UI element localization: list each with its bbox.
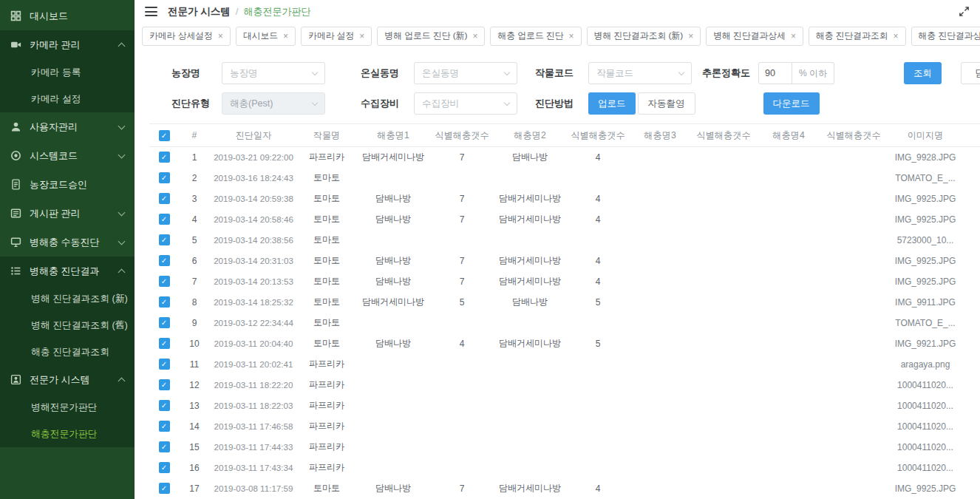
- cell-r5-c5: 담배거세미나방: [494, 251, 566, 271]
- method-auto-button[interactable]: 자동촬영: [638, 92, 695, 115]
- cell-r14-c0: 15: [179, 437, 210, 458]
- table-row[interactable]: 102019-03-11 20:04:40토마토담배나방4담배거세미나방5IMG…: [149, 333, 980, 354]
- table-row[interactable]: 12019-03-21 09:22:00파프리카담배거세미나방7담배나방4IMG…: [149, 147, 980, 168]
- table-row[interactable]: 62019-03-14 20:31:03토마토담배나방7담배거세미나방4IMG_…: [149, 251, 980, 271]
- tab-8[interactable]: 해충 진단결과상세×: [911, 27, 980, 46]
- table-row[interactable]: 142019-03-11 17:46:58파프리카1000411020...20…: [149, 416, 980, 437]
- cell-r8-c12: 2019: [964, 313, 980, 333]
- cell-r9-c4: 4: [430, 333, 494, 354]
- row-checkbox[interactable]: [159, 400, 170, 411]
- app-window: 대시보드카메라 관리카메라 등록카메라 설정사용자관리시스템코드농장코드승인게시…: [0, 0, 980, 499]
- cell-r1-c10: [820, 168, 887, 189]
- sidebar-group-2: 사용자관리: [0, 112, 135, 141]
- table-row[interactable]: 122019-03-11 18:22:20파프리카1000411020...20…: [149, 375, 980, 396]
- row-checkbox[interactable]: [159, 255, 170, 266]
- sidebar-item-3[interactable]: 시스템코드: [0, 141, 135, 170]
- row-checkbox[interactable]: [159, 483, 170, 494]
- sidebar-subitem-8-0[interactable]: 병해전문가판단: [0, 394, 135, 421]
- tab-2[interactable]: 카메라 설정×: [301, 27, 372, 46]
- sidebar-item-label: 카메라 관리: [30, 38, 81, 52]
- download-button[interactable]: 다운로드: [763, 92, 820, 115]
- cell-r3-c3: 담배나방: [356, 209, 430, 230]
- tab-5[interactable]: 병해 진단결과조회 (新)×: [587, 27, 701, 46]
- sidebar-item-7[interactable]: 병해충 진단결과: [0, 257, 135, 285]
- row-checkbox[interactable]: [159, 214, 170, 225]
- device-select[interactable]: 수집장비: [414, 92, 517, 115]
- diagnosis-type-select[interactable]: 해충(Pest): [222, 92, 325, 115]
- tab-close-icon[interactable]: ×: [472, 31, 477, 41]
- column-header-12: [964, 124, 980, 147]
- sidebar-subitem-7-1[interactable]: 병해 진단결과조회 (舊): [0, 312, 135, 339]
- cell-r15-c6: [566, 458, 630, 478]
- tab-1[interactable]: 대시보드×: [236, 27, 296, 46]
- accuracy-input[interactable]: [758, 62, 792, 84]
- table-row[interactable]: 52019-03-14 20:38:56토마토5723000_10...2018: [149, 230, 980, 251]
- tab-0[interactable]: 카메라 상세설정×: [142, 27, 231, 46]
- tab-4[interactable]: 해충 업로드 진단×: [490, 27, 581, 46]
- tab-7[interactable]: 해충 진단결과조회×: [809, 27, 906, 46]
- sidebar-item-2[interactable]: 사용자관리: [0, 112, 135, 141]
- row-checkbox[interactable]: [159, 462, 170, 473]
- sidebar-item-0[interactable]: 대시보드: [0, 1, 135, 30]
- row-checkbox[interactable]: [159, 338, 170, 349]
- row-checkbox[interactable]: [159, 441, 170, 452]
- table-row[interactable]: 162019-03-11 17:43:34파프리카1000411020...20…: [149, 458, 980, 478]
- sidebar-subitem-1-0[interactable]: 카메라 등록: [0, 59, 135, 86]
- crop-code-select[interactable]: 작물코드: [588, 62, 692, 84]
- row-checkbox[interactable]: [159, 276, 170, 287]
- table-row[interactable]: 72019-03-14 20:13:53토마토담배나방7담배거세미나방4IMG_…: [149, 271, 980, 292]
- cell-r6-c9: [757, 271, 820, 292]
- sidebar-group-8: 전문가 시스템병해전문가판단해충전문가판단: [0, 365, 135, 447]
- sidebar-item-4[interactable]: 농장코드승인: [0, 170, 135, 199]
- sidebar-subitem-7-2[interactable]: 해충 진단결과조회: [0, 339, 135, 365]
- tab-3[interactable]: 병해 업로드 진단 (新)×: [377, 27, 485, 46]
- sidebar-item-5[interactable]: 게시판 관리: [0, 199, 135, 228]
- table-row[interactable]: 92019-03-12 22:34:44토마토TOMATO_E_...2019: [149, 313, 980, 333]
- farm-name-select[interactable]: 농장명: [222, 62, 325, 84]
- tab-close-icon[interactable]: ×: [283, 31, 288, 41]
- row-checkbox[interactable]: [159, 379, 170, 390]
- row-checkbox[interactable]: [159, 317, 170, 328]
- sidebar-subitem-7-0[interactable]: 병해 진단결과조회 (新): [0, 285, 135, 312]
- accuracy-input-group: % 이하: [758, 62, 834, 84]
- tab-close-icon[interactable]: ×: [359, 31, 364, 41]
- fullscreen-icon[interactable]: [959, 6, 970, 17]
- table-row[interactable]: 132019-03-11 18:22:03파프리카1000411020...20…: [149, 396, 980, 416]
- table-row[interactable]: 82019-03-14 18:25:32토마토담배거세미나방5담배나방5IMG_…: [149, 292, 980, 313]
- tab-bar: 카메라 상세설정×대시보드×카메라 설정×병해 업로드 진단 (新)×해충 업로…: [135, 23, 980, 50]
- tab-close-icon[interactable]: ×: [218, 31, 223, 41]
- row-checkbox[interactable]: [159, 234, 170, 245]
- tab-6[interactable]: 병해 진단결과상세×: [706, 27, 803, 46]
- row-checkbox[interactable]: [159, 296, 170, 308]
- search-button[interactable]: 조회: [904, 62, 942, 84]
- cell-r6-c5: 담배거세미나방: [494, 271, 566, 292]
- cell-r1-c11: TOMATO_E_...: [887, 168, 964, 189]
- sidebar-item-6[interactable]: 병해충 수동진단: [0, 228, 135, 257]
- method-upload-button[interactable]: 업로드: [588, 92, 636, 115]
- table-row[interactable]: 32019-03-14 20:59:38토마토담배나방7담배거세미나방4IMG_…: [149, 189, 980, 209]
- select-all-checkbox[interactable]: [159, 130, 170, 141]
- sidebar-item-1[interactable]: 카메라 관리: [0, 30, 135, 59]
- hamburger-menu-icon[interactable]: [145, 7, 157, 16]
- row-checkbox[interactable]: [159, 421, 170, 432]
- tab-close-icon[interactable]: ×: [894, 31, 899, 41]
- sidebar-item-8[interactable]: 전문가 시스템: [0, 365, 135, 394]
- table-row[interactable]: 172019-03-08 11:17:59토마토담배나방7담배거세미나방4IMG…: [149, 478, 980, 499]
- tab-close-icon[interactable]: ×: [688, 31, 693, 41]
- row-checkbox[interactable]: [159, 172, 170, 183]
- row-checkbox[interactable]: [159, 359, 170, 370]
- cell-r0-c11: IMG_9928.JPG: [887, 147, 964, 168]
- greenhouse-select[interactable]: 온실동명: [414, 62, 517, 84]
- sidebar-subitem-8-1[interactable]: 해충전문가판단: [0, 421, 135, 447]
- manual-diagnosis-icon: [10, 237, 21, 248]
- row-checkbox[interactable]: [159, 193, 170, 204]
- tab-close-icon[interactable]: ×: [569, 31, 574, 41]
- close-button[interactable]: 닫기: [961, 62, 980, 84]
- table-row[interactable]: 22019-03-16 18:24:43토마토TOMATO_E_...2019: [149, 168, 980, 189]
- table-row[interactable]: 152019-03-11 17:44:33파프리카1000411020...20…: [149, 437, 980, 458]
- table-row[interactable]: 42019-03-14 20:58:46토마토담배나방7담배거세미나방4IMG_…: [149, 209, 980, 230]
- row-checkbox[interactable]: [159, 152, 170, 163]
- table-row[interactable]: 112019-03-11 20:02:41파프리카aragaya.png2019: [149, 354, 980, 375]
- sidebar-subitem-1-1[interactable]: 카메라 설정: [0, 86, 135, 112]
- tab-close-icon[interactable]: ×: [791, 31, 796, 41]
